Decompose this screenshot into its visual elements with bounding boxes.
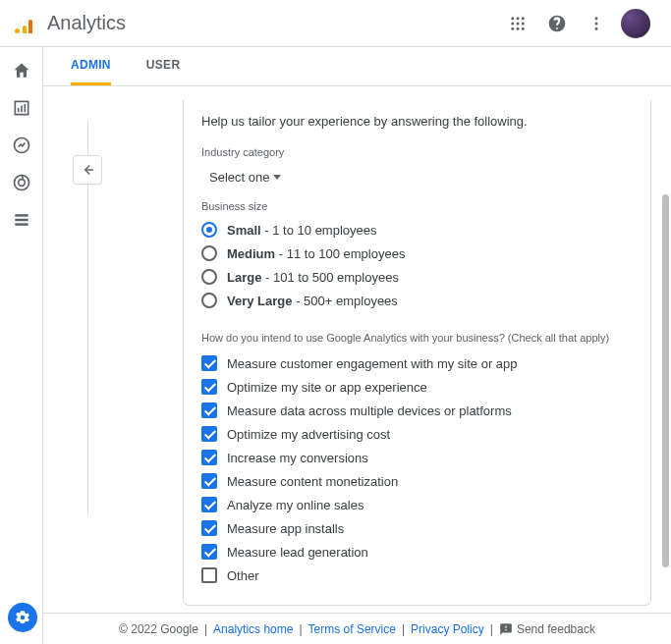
content-pane: Help us tailor your experience by answer…	[43, 86, 671, 613]
svg-point-2	[522, 17, 525, 20]
use-options: Measure customer engagement with my site…	[201, 351, 633, 587]
use-option-label: Other	[227, 568, 259, 583]
size-option-label: Large - 101 to 500 employees	[227, 270, 399, 285]
use-option-label: Measure lead generation	[227, 545, 368, 560]
chevron-down-icon	[273, 175, 281, 180]
checkbox-icon	[201, 497, 217, 512]
svg-rect-19	[15, 219, 28, 222]
checkbox-icon	[201, 450, 217, 465]
use-option-label: Optimize my advertising cost	[227, 427, 390, 442]
use-option-label: Measure data across multiple devices or …	[227, 403, 512, 418]
use-option-label: Analyze my online sales	[227, 498, 363, 512]
product-name: Analytics	[47, 12, 126, 34]
analytics-home-link[interactable]: Analytics home	[213, 622, 293, 636]
use-option[interactable]: Other	[201, 564, 633, 587]
use-option[interactable]: Measure app installs	[201, 516, 633, 540]
use-option-label: Measure app installs	[227, 521, 344, 536]
copyright: © 2022 Google	[119, 622, 198, 636]
size-option-label: Very Large - 500+ employees	[227, 294, 398, 308]
svg-rect-12	[17, 108, 19, 112]
analytics-logo-icon	[16, 14, 35, 33]
account-avatar[interactable]	[616, 4, 655, 43]
svg-point-4	[517, 22, 520, 25]
use-option-label: Measure content monetization	[227, 474, 398, 489]
scrollbar[interactable]	[662, 194, 669, 567]
use-option-label: Measure customer engagement with my site…	[227, 356, 518, 371]
checkbox-icon	[201, 473, 217, 489]
intent-question: How do you intend to use Google Analytic…	[201, 332, 633, 344]
checkbox-icon	[201, 567, 217, 583]
use-option[interactable]: Increase my conversions	[201, 446, 633, 469]
svg-point-16	[14, 176, 28, 190]
size-options: Small - 1 to 10 employeesMedium - 11 to …	[201, 218, 633, 312]
size-option[interactable]: Medium - 11 to 100 employees	[201, 242, 633, 265]
svg-point-17	[18, 180, 25, 187]
size-option-label: Small - 1 to 10 employees	[227, 223, 377, 238]
checkbox-icon	[201, 520, 217, 536]
explore-icon[interactable]	[10, 134, 33, 157]
svg-point-6	[511, 27, 514, 29]
use-option[interactable]: Measure customer engagement with my site…	[201, 351, 633, 375]
size-option[interactable]: Very Large - 500+ employees	[201, 289, 633, 312]
use-option[interactable]: Measure data across multiple devices or …	[201, 399, 633, 422]
size-option[interactable]: Small - 1 to 10 employees	[201, 218, 633, 242]
help-icon[interactable]	[537, 4, 577, 43]
use-option[interactable]: Measure content monetization	[201, 469, 633, 493]
radio-icon	[201, 269, 217, 285]
radio-icon	[201, 293, 217, 308]
use-option[interactable]: Analyze my online sales	[201, 493, 633, 516]
back-button[interactable]	[73, 155, 102, 185]
checkbox-icon	[201, 426, 217, 442]
svg-point-7	[517, 27, 520, 29]
svg-point-9	[595, 17, 598, 20]
use-option[interactable]: Optimize my advertising cost	[201, 422, 633, 446]
checkbox-icon	[201, 402, 217, 418]
home-icon[interactable]	[10, 59, 33, 82]
size-option-label: Medium - 11 to 100 employees	[227, 246, 405, 261]
use-option[interactable]: Optimize my site or app experience	[201, 375, 633, 399]
help-text: Help us tailor your experience by answer…	[201, 114, 633, 129]
svg-point-5	[522, 22, 525, 25]
tab-admin[interactable]: ADMIN	[71, 47, 111, 85]
advertising-icon[interactable]	[10, 171, 33, 194]
industry-label: Industry category	[201, 146, 633, 158]
tab-user[interactable]: USER	[146, 47, 181, 85]
footer: © 2022 Google | Analytics home | Terms o…	[43, 613, 671, 644]
business-info-card: Help us tailor your experience by answer…	[183, 100, 651, 606]
size-option[interactable]: Large - 101 to 500 employees	[201, 265, 633, 289]
svg-rect-14	[24, 104, 26, 112]
radio-icon	[201, 222, 217, 238]
feedback-icon	[499, 622, 513, 636]
svg-rect-18	[15, 214, 28, 217]
apps-icon[interactable]	[498, 4, 537, 43]
radio-icon	[201, 245, 217, 261]
left-rail	[0, 47, 43, 644]
tos-link[interactable]: Terms of Service	[308, 622, 396, 636]
svg-rect-13	[21, 106, 23, 113]
reports-icon[interactable]	[10, 96, 33, 120]
checkbox-icon	[201, 379, 217, 395]
tab-bar: ADMIN USER	[43, 47, 671, 86]
svg-point-3	[511, 22, 514, 25]
top-header: Analytics	[0, 0, 671, 47]
industry-select-value: Select one	[209, 170, 269, 185]
more-vert-icon[interactable]	[577, 4, 616, 43]
svg-rect-20	[15, 223, 28, 226]
configure-icon[interactable]	[10, 208, 33, 232]
send-feedback-link[interactable]: Send feedback	[499, 622, 595, 636]
use-option-label: Increase my conversions	[227, 451, 368, 465]
checkbox-icon	[201, 355, 217, 371]
checkbox-icon	[201, 544, 217, 560]
use-option[interactable]: Measure lead generation	[201, 540, 633, 564]
svg-point-0	[511, 17, 514, 20]
svg-point-10	[595, 22, 598, 25]
svg-point-8	[522, 27, 525, 29]
svg-point-1	[517, 17, 520, 20]
use-option-label: Optimize my site or app experience	[227, 380, 427, 395]
svg-point-11	[595, 27, 598, 29]
admin-gear-button[interactable]	[8, 603, 37, 632]
industry-select[interactable]: Select one	[201, 164, 633, 200]
privacy-link[interactable]: Privacy Policy	[411, 622, 484, 636]
business-size-label: Business size	[201, 200, 633, 212]
